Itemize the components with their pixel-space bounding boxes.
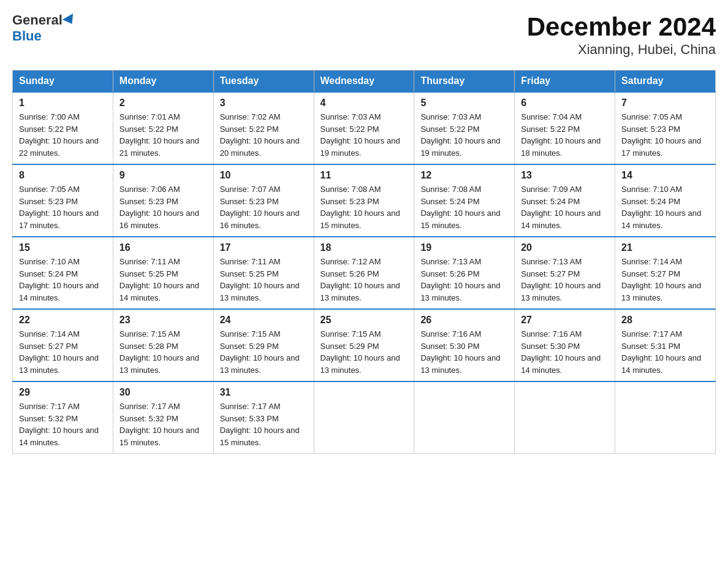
table-row: 30 Sunrise: 7:17 AMSunset: 5:32 PMDaylig… — [113, 381, 213, 454]
table-row: 7 Sunrise: 7:05 AMSunset: 5:23 PMDayligh… — [615, 92, 716, 164]
day-number: 29 — [19, 387, 107, 398]
day-info: Sunrise: 7:12 AMSunset: 5:26 PMDaylight:… — [320, 256, 408, 304]
col-saturday: Saturday — [615, 71, 716, 93]
day-number: 30 — [119, 387, 207, 398]
day-info: Sunrise: 7:02 AMSunset: 5:22 PMDaylight:… — [220, 111, 308, 159]
table-row — [615, 381, 716, 454]
day-info: Sunrise: 7:08 AMSunset: 5:23 PMDaylight:… — [320, 183, 408, 231]
day-info: Sunrise: 7:10 AMSunset: 5:24 PMDaylight:… — [621, 183, 709, 231]
day-info: Sunrise: 7:16 AMSunset: 5:30 PMDaylight:… — [420, 328, 508, 376]
calendar-header-row: Sunday Monday Tuesday Wednesday Thursday… — [13, 71, 716, 93]
day-info: Sunrise: 7:03 AMSunset: 5:22 PMDaylight:… — [420, 111, 508, 159]
calendar-title: December 2024 — [527, 12, 716, 42]
day-number: 4 — [320, 98, 408, 109]
day-info: Sunrise: 7:17 AMSunset: 5:32 PMDaylight:… — [119, 400, 207, 448]
day-info: Sunrise: 7:17 AMSunset: 5:31 PMDaylight:… — [621, 328, 709, 376]
table-row: 28 Sunrise: 7:17 AMSunset: 5:31 PMDaylig… — [615, 309, 716, 381]
day-info: Sunrise: 7:09 AMSunset: 5:24 PMDaylight:… — [521, 183, 609, 231]
day-info: Sunrise: 7:15 AMSunset: 5:29 PMDaylight:… — [220, 328, 308, 376]
table-row: 21 Sunrise: 7:14 AMSunset: 5:27 PMDaylig… — [615, 237, 716, 309]
day-number: 17 — [220, 242, 308, 253]
day-number: 14 — [621, 170, 709, 181]
table-row: 12 Sunrise: 7:08 AMSunset: 5:24 PMDaylig… — [414, 164, 515, 237]
day-info: Sunrise: 7:03 AMSunset: 5:22 PMDaylight:… — [320, 111, 408, 159]
day-info: Sunrise: 7:11 AMSunset: 5:25 PMDaylight:… — [119, 256, 207, 304]
logo-triangle-icon — [63, 13, 77, 27]
calendar-week-row: 29 Sunrise: 7:17 AMSunset: 5:32 PMDaylig… — [13, 381, 716, 454]
day-number: 19 — [420, 242, 508, 253]
day-info: Sunrise: 7:05 AMSunset: 5:23 PMDaylight:… — [19, 183, 107, 231]
table-row: 29 Sunrise: 7:17 AMSunset: 5:32 PMDaylig… — [13, 381, 113, 454]
table-row: 15 Sunrise: 7:10 AMSunset: 5:24 PMDaylig… — [13, 237, 113, 309]
table-row: 11 Sunrise: 7:08 AMSunset: 5:23 PMDaylig… — [314, 164, 414, 237]
table-row: 25 Sunrise: 7:15 AMSunset: 5:29 PMDaylig… — [314, 309, 414, 381]
day-number: 26 — [420, 315, 508, 326]
day-info: Sunrise: 7:01 AMSunset: 5:22 PMDaylight:… — [119, 111, 207, 159]
day-number: 23 — [119, 315, 207, 326]
col-tuesday: Tuesday — [213, 71, 314, 93]
day-info: Sunrise: 7:13 AMSunset: 5:27 PMDaylight:… — [521, 256, 609, 304]
col-wednesday: Wednesday — [314, 71, 414, 93]
day-info: Sunrise: 7:13 AMSunset: 5:26 PMDaylight:… — [420, 256, 508, 304]
day-number: 5 — [420, 98, 508, 109]
day-number: 15 — [19, 242, 107, 253]
day-info: Sunrise: 7:11 AMSunset: 5:25 PMDaylight:… — [220, 256, 308, 304]
day-info: Sunrise: 7:15 AMSunset: 5:29 PMDaylight:… — [320, 328, 408, 376]
day-number: 6 — [521, 98, 609, 109]
day-number: 12 — [420, 170, 508, 181]
day-number: 18 — [320, 242, 408, 253]
day-info: Sunrise: 7:05 AMSunset: 5:23 PMDaylight:… — [621, 111, 709, 159]
table-row: 10 Sunrise: 7:07 AMSunset: 5:23 PMDaylig… — [213, 164, 314, 237]
table-row: 24 Sunrise: 7:15 AMSunset: 5:29 PMDaylig… — [213, 309, 314, 381]
day-number: 27 — [521, 315, 609, 326]
logo-general-text: General — [12, 12, 63, 28]
day-number: 21 — [621, 242, 709, 253]
day-info: Sunrise: 7:06 AMSunset: 5:23 PMDaylight:… — [119, 183, 207, 231]
table-row: 6 Sunrise: 7:04 AMSunset: 5:22 PMDayligh… — [515, 92, 615, 164]
day-info: Sunrise: 7:17 AMSunset: 5:33 PMDaylight:… — [220, 400, 308, 448]
day-info: Sunrise: 7:16 AMSunset: 5:30 PMDaylight:… — [521, 328, 609, 376]
day-number: 25 — [320, 315, 408, 326]
calendar-week-row: 22 Sunrise: 7:14 AMSunset: 5:27 PMDaylig… — [13, 309, 716, 381]
calendar-week-row: 15 Sunrise: 7:10 AMSunset: 5:24 PMDaylig… — [13, 237, 716, 309]
col-friday: Friday — [515, 71, 615, 93]
table-row: 16 Sunrise: 7:11 AMSunset: 5:25 PMDaylig… — [113, 237, 213, 309]
table-row — [314, 381, 414, 454]
table-row: 5 Sunrise: 7:03 AMSunset: 5:22 PMDayligh… — [414, 92, 515, 164]
day-number: 28 — [621, 315, 709, 326]
col-sunday: Sunday — [13, 71, 113, 93]
table-row: 1 Sunrise: 7:00 AMSunset: 5:22 PMDayligh… — [13, 92, 113, 164]
day-number: 10 — [220, 170, 308, 181]
day-number: 20 — [521, 242, 609, 253]
table-row: 22 Sunrise: 7:14 AMSunset: 5:27 PMDaylig… — [13, 309, 113, 381]
day-info: Sunrise: 7:10 AMSunset: 5:24 PMDaylight:… — [19, 256, 107, 304]
day-info: Sunrise: 7:17 AMSunset: 5:32 PMDaylight:… — [19, 400, 107, 448]
table-row — [515, 381, 615, 454]
day-number: 13 — [521, 170, 609, 181]
col-monday: Monday — [113, 71, 213, 93]
day-number: 7 — [621, 98, 709, 109]
day-info: Sunrise: 7:15 AMSunset: 5:28 PMDaylight:… — [119, 328, 207, 376]
day-info: Sunrise: 7:04 AMSunset: 5:22 PMDaylight:… — [521, 111, 609, 159]
table-row: 18 Sunrise: 7:12 AMSunset: 5:26 PMDaylig… — [314, 237, 414, 309]
day-number: 8 — [19, 170, 107, 181]
logo-blue-text: Blue — [12, 28, 42, 44]
logo: General Blue — [12, 12, 76, 44]
day-number: 2 — [119, 98, 207, 109]
table-row: 9 Sunrise: 7:06 AMSunset: 5:23 PMDayligh… — [113, 164, 213, 237]
calendar-table: Sunday Monday Tuesday Wednesday Thursday… — [12, 70, 716, 454]
table-row: 4 Sunrise: 7:03 AMSunset: 5:22 PMDayligh… — [314, 92, 414, 164]
calendar-subtitle: Xianning, Hubei, China — [527, 42, 716, 58]
day-info: Sunrise: 7:07 AMSunset: 5:23 PMDaylight:… — [220, 183, 308, 231]
day-number: 16 — [119, 242, 207, 253]
page-header: General Blue December 2024 Xianning, Hub… — [12, 12, 716, 58]
day-number: 3 — [220, 98, 308, 109]
table-row: 23 Sunrise: 7:15 AMSunset: 5:28 PMDaylig… — [113, 309, 213, 381]
day-info: Sunrise: 7:14 AMSunset: 5:27 PMDaylight:… — [19, 328, 107, 376]
day-info: Sunrise: 7:00 AMSunset: 5:22 PMDaylight:… — [19, 111, 107, 159]
title-block: December 2024 Xianning, Hubei, China — [527, 12, 716, 58]
day-number: 22 — [19, 315, 107, 326]
day-number: 31 — [220, 387, 308, 398]
col-thursday: Thursday — [414, 71, 515, 93]
table-row — [414, 381, 515, 454]
